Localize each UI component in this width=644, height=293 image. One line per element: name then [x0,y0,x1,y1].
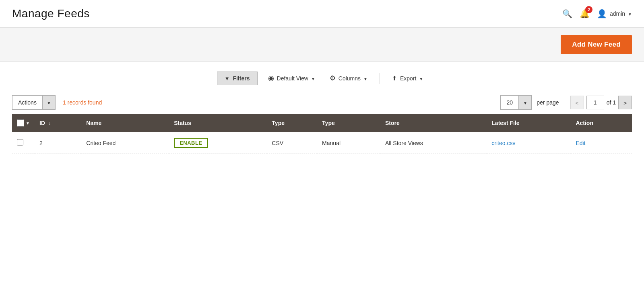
action-edit-link[interactable]: Edit [576,140,585,146]
filter-icon [225,75,230,82]
row-checkbox[interactable] [17,139,23,145]
sort-icon: ↓ [48,121,51,126]
filter-row: Filters Default View Columns Export [0,62,644,91]
export-chevron-icon [419,75,423,82]
table-container: ID ↓ Name Status Type Type Store Latest … [0,114,644,166]
gear-icon [330,74,336,82]
user-menu[interactable]: admin [597,8,632,19]
user-label: admin [610,10,625,17]
columns-button[interactable]: Columns [326,71,372,86]
row-type1: CSV [267,132,317,154]
per-page-label: per page [537,99,559,106]
next-page-button[interactable] [618,96,632,109]
select-all-checkbox[interactable] [17,119,24,127]
status-badge: ENABLE [174,138,208,148]
table-header-id[interactable]: ID ↓ [35,114,81,132]
table-header-type2[interactable]: Type [317,114,380,132]
row-latest-file[interactable]: criteo.csv [487,132,571,154]
actions-chevron-icon [47,99,51,106]
row-action[interactable]: Edit [571,132,632,154]
table-header-name[interactable]: Name [81,114,169,132]
actions-row: Actions 1 records found 20 per page of 1 [0,91,644,114]
records-found: 1 records found [63,99,102,106]
table-header-store[interactable]: Store [380,114,487,132]
filters-button[interactable]: Filters [217,72,258,85]
export-label: Export [400,75,416,82]
row-status: ENABLE [169,132,267,154]
view-label: Default View [277,75,308,82]
page-nav: of 1 [570,96,632,109]
notification-badge: 2 [585,6,592,13]
row-checkbox-cell[interactable] [12,132,35,154]
prev-page-button[interactable] [570,96,584,109]
row-type2: Manual [317,132,380,154]
table-header-type1[interactable]: Type [267,114,317,132]
export-button[interactable]: Export [388,72,427,85]
user-icon [597,8,607,19]
user-menu-chevron-icon [628,10,632,17]
actions-label: Actions [12,96,42,109]
notification-wrapper[interactable]: 2 [580,8,590,19]
table-header-latest-file[interactable]: Latest File [487,114,571,132]
header-right: 2 admin [562,8,632,19]
per-page-arrow[interactable] [518,96,531,109]
table-row: 2 Criteo Feed ENABLE CSV Manual All Stor… [12,132,632,154]
divider [380,73,380,84]
table-header-status[interactable]: Status [169,114,267,132]
export-icon [392,75,397,82]
table-header-checkbox[interactable] [12,114,35,132]
next-page-icon [623,99,627,106]
row-store: All Store Views [380,132,487,154]
search-icon[interactable] [562,8,572,19]
columns-chevron-icon [363,75,367,82]
view-chevron-icon [311,75,315,82]
of-label: of 1 [607,99,616,106]
default-view-button[interactable]: Default View [264,71,319,86]
row-id: 2 [35,132,81,154]
add-new-feed-button[interactable]: Add New Feed [561,35,632,54]
per-page-select[interactable]: 20 [500,95,532,110]
page-title: Manage Feeds [12,7,90,20]
page-header: Manage Feeds 2 admin [0,0,644,27]
feeds-table: ID ↓ Name Status Type Type Store Latest … [12,114,632,154]
per-page-value: 20 [501,96,518,109]
actions-dropdown-arrow[interactable] [42,96,55,109]
header-checkbox-arrow-icon[interactable] [26,121,30,125]
per-page-chevron-icon [523,99,527,106]
filters-label: Filters [233,75,250,82]
current-page-input[interactable] [586,96,604,109]
eye-icon [268,74,274,82]
per-page-wrapper: 20 per page [500,95,560,110]
latest-file-link[interactable]: criteo.csv [491,140,515,146]
prev-page-icon [576,99,579,106]
table-header-row: ID ↓ Name Status Type Type Store Latest … [12,114,632,132]
toolbar-bar: Add New Feed [0,27,644,62]
table-header-action[interactable]: Action [571,114,632,132]
row-name: Criteo Feed [81,132,169,154]
columns-label: Columns [339,75,361,82]
actions-select[interactable]: Actions [12,95,56,110]
